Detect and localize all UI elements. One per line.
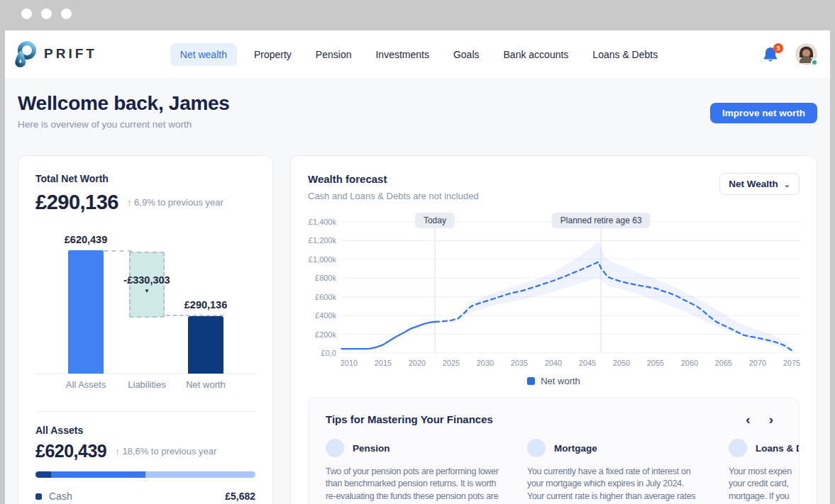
x-tick-label: 2030 bbox=[477, 359, 494, 367]
nav-item-goals[interactable]: Goals bbox=[446, 43, 487, 66]
notifications-button[interactable]: 3 bbox=[763, 46, 780, 63]
wealth-forecast-card: Wealth forecast Cash and Loans & Debts a… bbox=[290, 155, 817, 504]
value-label-liabilities: -£330,303 bbox=[123, 274, 170, 286]
page-subtitle: Here is overview of you current net wort… bbox=[18, 119, 230, 130]
assets-bar-segment-seg_investments bbox=[51, 471, 145, 478]
assets-bar-segment-seg_cash bbox=[35, 471, 51, 478]
forecast-subtitle: Cash and Loans & Debts are not included bbox=[308, 191, 479, 201]
net-worth-waterfall-chart: £620,439-£330,303▼£290,136All AssetsLiab… bbox=[35, 234, 257, 397]
forecast-title: Wealth forecast bbox=[308, 173, 479, 185]
x-tick-label: 2060 bbox=[681, 359, 698, 367]
improve-net-worth-button[interactable]: Improve net worth bbox=[710, 103, 817, 123]
tip-header: Loans & Debts bbox=[729, 439, 800, 457]
nav-item-net-wealth[interactable]: Net wealth bbox=[170, 43, 237, 66]
net-worth-change: ↑ 6,9% to previous year bbox=[127, 197, 223, 208]
legend-label-net-worth: Net worth bbox=[541, 376, 580, 386]
assets-distribution-bar bbox=[35, 471, 255, 478]
legend-value: £5,682 bbox=[225, 491, 255, 502]
x-tick-label: 2065 bbox=[715, 359, 732, 367]
tips-list: PensionTwo of your pension pots are perf… bbox=[326, 439, 800, 504]
x-tick-label: 2045 bbox=[579, 359, 596, 367]
pension-icon bbox=[326, 439, 344, 457]
nav-item-bank-accounts[interactable]: Bank accounts bbox=[497, 43, 576, 66]
x-tick-label: 2070 bbox=[749, 359, 766, 367]
forecast-metric-dropdown[interactable]: Net Wealth ⌄ bbox=[719, 173, 800, 195]
tip-text-line: re-evaluating the funds these pension po… bbox=[326, 491, 510, 503]
tip-text-line: Two of your pension pots are performing … bbox=[326, 466, 510, 478]
category-label: All Assets bbox=[66, 379, 106, 390]
loans-debts-icon bbox=[729, 439, 747, 457]
x-tick-label: 2010 bbox=[341, 359, 358, 367]
tip-text-line: You currently have a fixed rate of inter… bbox=[527, 466, 712, 478]
main-nav: Net wealthPropertyPensionInvestmentsGoal… bbox=[5, 30, 830, 78]
tip-text-line: mortgage. If you bbox=[729, 491, 800, 503]
tips-prev-button[interactable]: ‹ bbox=[746, 413, 750, 426]
all-assets-amount: £620,439 bbox=[35, 441, 106, 461]
bar-all-assets bbox=[68, 250, 104, 374]
decrease-caret-icon: ▼ bbox=[144, 288, 150, 294]
y-tick-label: £400k bbox=[315, 311, 336, 320]
x-tick-label: 2020 bbox=[409, 359, 426, 367]
category-label: Liabilities bbox=[128, 379, 165, 390]
tip-text-line: your credit card, bbox=[729, 478, 800, 490]
nav-item-property[interactable]: Property bbox=[247, 43, 299, 66]
page-title: Wellcome back, James bbox=[18, 92, 230, 115]
nav-item-pension[interactable]: Pension bbox=[309, 43, 359, 66]
legend-row-cash: Cash£5,682 bbox=[35, 488, 255, 504]
tip-text: You currently have a fixed rate of inter… bbox=[527, 466, 712, 504]
notification-badge: 3 bbox=[773, 43, 783, 53]
nav-item-loans-debts[interactable]: Loans & Debts bbox=[585, 43, 665, 66]
value-label-net-worth: £290,136 bbox=[184, 299, 227, 310]
all-assets-change: ↑ 18,6% to previous year bbox=[115, 446, 216, 457]
tip-card-loans-debts[interactable]: Loans & DebtsYour most expenyour credit … bbox=[729, 439, 800, 504]
legend-marker-net-worth bbox=[527, 377, 535, 385]
tip-text: Your most expenyour credit card,mortgage… bbox=[729, 466, 800, 504]
mortgage-icon bbox=[527, 439, 546, 457]
user-avatar[interactable] bbox=[795, 43, 817, 65]
connector-dashed-line bbox=[166, 315, 223, 316]
tip-card-mortgage[interactable]: MortgageYou currently have a fixed rate … bbox=[527, 439, 712, 504]
forecast-confidence-band bbox=[438, 241, 792, 352]
app-page: PRIFT Net wealthPropertyPensionInvestmen… bbox=[5, 30, 830, 504]
forecast-legend: Net worth bbox=[308, 376, 800, 386]
tip-name: Mortgage bbox=[554, 443, 597, 454]
x-tick-label: 2025 bbox=[443, 359, 460, 367]
tip-name: Pension bbox=[353, 443, 390, 454]
tip-text-line: Your current rate is higher than average… bbox=[527, 491, 712, 503]
marker-badge-today: Today bbox=[415, 213, 455, 228]
forecast-svg: £0,0£200k£400k£600k£800k£1,000k£1,200k£1… bbox=[308, 213, 801, 370]
x-tick-label: 2050 bbox=[613, 359, 630, 367]
x-tick-label: 2015 bbox=[375, 359, 392, 367]
online-status-dot bbox=[811, 59, 818, 66]
bar-net-worth bbox=[188, 316, 223, 374]
x-tick-label: 2035 bbox=[511, 359, 528, 367]
nav-item-investments[interactable]: Investments bbox=[368, 43, 436, 66]
window-control-dot[interactable] bbox=[41, 9, 52, 19]
y-tick-label: £1,400k bbox=[309, 218, 337, 226]
tips-title: Tips for Mastering Your Finances bbox=[326, 413, 493, 425]
tips-panel: Tips for Mastering Your Finances ‹ › Pen… bbox=[308, 398, 800, 504]
y-tick-label: £200k bbox=[315, 330, 336, 339]
assets-legend: Cash£5,682Investments£42,413 bbox=[35, 488, 255, 504]
net-worth-amount: £290,136 bbox=[35, 191, 118, 214]
assets-bar-segment-seg_rest bbox=[145, 471, 255, 478]
y-tick-label: £600k bbox=[315, 293, 336, 301]
net-worth-history-line bbox=[341, 322, 435, 349]
chevron-down-icon: ⌄ bbox=[784, 182, 790, 186]
all-assets-title: All Assets bbox=[35, 425, 255, 436]
tip-text-line: your mortgage which expires in July 2024… bbox=[527, 478, 712, 490]
total-net-worth-card: Total Net Worth £290,136 ↑ 6,9% to previ… bbox=[18, 155, 273, 504]
legend-label: Cash bbox=[49, 491, 225, 502]
tip-text-line: Your most expen bbox=[729, 466, 800, 478]
tip-card-pension[interactable]: PensionTwo of your pension pots are perf… bbox=[326, 439, 510, 504]
tip-header: Mortgage bbox=[527, 439, 712, 457]
tips-next-button[interactable]: › bbox=[769, 413, 773, 426]
window-control-dot[interactable] bbox=[61, 9, 72, 19]
value-label-all-assets: £620,439 bbox=[65, 234, 107, 245]
category-label: Net worth bbox=[186, 379, 226, 390]
window-control-dot[interactable] bbox=[21, 9, 32, 19]
x-tick-label: 2055 bbox=[647, 359, 664, 367]
tip-text: Two of your pension pots are performing … bbox=[326, 466, 510, 504]
marker-badge-planned-retire-age-63: Planned retire age 63 bbox=[552, 213, 651, 228]
net-worth-card-title: Total Net Worth bbox=[35, 173, 255, 184]
